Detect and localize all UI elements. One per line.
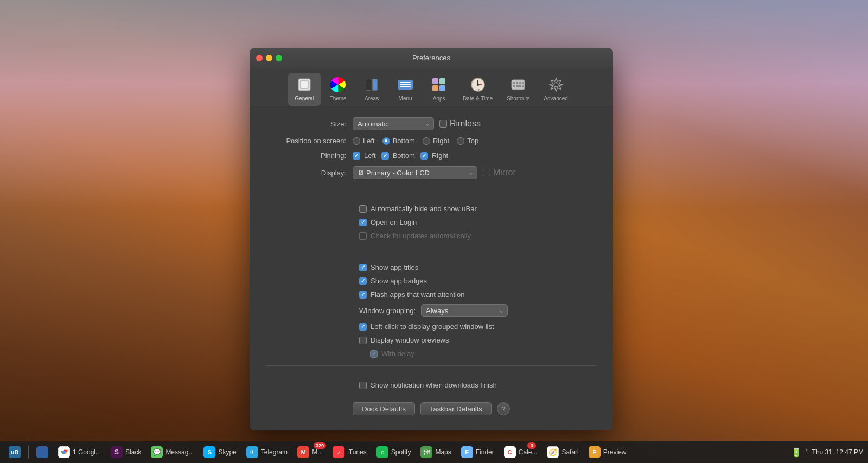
pin-left[interactable]: Left <box>353 151 376 160</box>
display-label: Display: <box>266 169 353 177</box>
theme-label: Theme <box>330 96 347 102</box>
taskbar-spotify[interactable]: ♫ Spotify <box>372 443 416 461</box>
taskbar-itunes[interactable]: ♪ iTunes <box>328 443 371 461</box>
app-display-section: Show app titles Show app badges Flash ap… <box>266 256 597 366</box>
calendar-label: Cale... <box>519 448 538 456</box>
taskbar-calendar[interactable]: C 3 Cale... <box>500 443 542 461</box>
show-titles-checkbox[interactable] <box>359 264 367 271</box>
rimless-checkbox[interactable] <box>439 120 447 128</box>
pin-left-checkbox[interactable] <box>353 152 360 160</box>
apps-label: Apps <box>433 96 445 102</box>
svg-rect-4 <box>439 78 445 84</box>
position-right-radio[interactable] <box>423 137 430 145</box>
dock-defaults-button[interactable]: Dock Defaults <box>353 402 415 415</box>
position-right-label: Right <box>433 137 449 145</box>
left-click-label: Left-click to display grouped window lis… <box>371 322 494 331</box>
taskbar-telegram[interactable]: ✈ Telegram <box>242 443 292 461</box>
flash-apps-checkbox[interactable] <box>359 291 367 299</box>
rimless-label: Rimless <box>450 119 481 129</box>
spotify-label: Spotify <box>391 448 411 456</box>
pin-bottom[interactable]: Bottom <box>381 151 415 160</box>
toolbar-item-advanced[interactable]: Advanced <box>537 73 574 106</box>
position-right[interactable]: Right <box>423 137 449 145</box>
menu-icon <box>397 76 414 93</box>
with-delay-checkbox[interactable] <box>370 350 378 358</box>
size-dropdown[interactable]: Automatic <box>353 117 434 130</box>
position-left[interactable]: Left <box>353 137 375 145</box>
display-dropdown[interactable]: 🖥 Primary - Color LCD <box>353 166 477 179</box>
pin-right-checkbox[interactable] <box>420 152 428 160</box>
open-login-item[interactable]: Open on Login <box>359 218 597 226</box>
app-display-checkboxes: Show app titles Show app badges Flash ap… <box>266 263 597 358</box>
position-controls: Left Bottom Right Top <box>353 137 597 145</box>
taskbar-preview[interactable]: P Preview <box>584 443 631 461</box>
taskbar-blue-app[interactable] <box>32 443 53 461</box>
toolbar-item-datetime[interactable]: 12 Date & Time <box>456 73 499 106</box>
mirror-checkbox[interactable] <box>483 169 490 176</box>
taskbar-mail[interactable]: M 329 M... <box>293 443 327 461</box>
check-updates-checkbox[interactable] <box>359 232 367 240</box>
help-button[interactable]: ? <box>497 402 510 415</box>
taskbar-safari[interactable]: 🧭 Safari <box>542 443 583 461</box>
pin-bottom-checkbox[interactable] <box>381 152 389 160</box>
pin-right[interactable]: Right <box>420 151 448 160</box>
left-click-item[interactable]: Left-click to display grouped window lis… <box>359 322 597 331</box>
open-login-checkbox[interactable] <box>359 219 367 226</box>
taskbar-slack[interactable]: S Slack <box>106 443 145 461</box>
position-top-radio[interactable] <box>457 137 464 145</box>
maximize-button[interactable] <box>276 55 282 61</box>
taskbar-defaults-button[interactable]: Taskbar Defaults <box>420 402 492 415</box>
show-badges-item[interactable]: Show app badges <box>359 277 597 285</box>
flash-apps-label: Flash apps that want attention <box>371 290 464 299</box>
messages-label: Messag... <box>165 448 194 456</box>
toolbar-item-menu[interactable]: Menu <box>389 73 422 106</box>
auto-hide-checkbox[interactable] <box>359 205 367 213</box>
toolbar-item-shortcuts[interactable]: Shortcuts <box>500 73 536 106</box>
show-notification-checkbox[interactable] <box>359 382 367 389</box>
taskbar-finder[interactable]: F Finder <box>457 443 499 461</box>
maps-icon: 🗺 <box>420 446 432 458</box>
chrome-label: 1 Googl... <box>73 448 101 456</box>
taskbar-ubar[interactable]: uB <box>4 443 25 461</box>
svg-text:12: 12 <box>476 88 480 92</box>
with-delay-item[interactable]: With delay <box>359 350 597 358</box>
preview-label: Preview <box>603 448 627 456</box>
position-bottom[interactable]: Bottom <box>382 137 415 145</box>
taskbar-skype[interactable]: S Skype <box>199 443 240 461</box>
taskbar-right: 🔋 1 Thu 31, 12:47 PM <box>791 447 864 458</box>
skype-icon: S <box>203 446 215 458</box>
pinning-label: Pinning: <box>266 151 353 160</box>
mirror-label: Mirror <box>493 168 516 177</box>
mirror-control: Mirror <box>483 168 516 177</box>
check-updates-item[interactable]: Check for updates automatically <box>359 232 597 240</box>
toolbar-item-theme[interactable]: Theme <box>322 73 354 106</box>
display-previews-item[interactable]: Display window previews <box>359 336 597 344</box>
auto-hide-item[interactable]: Automatically hide and show uBar <box>359 205 597 213</box>
itunes-label: iTunes <box>347 448 367 456</box>
traffic-lights <box>256 55 282 61</box>
position-left-radio[interactable] <box>353 137 360 145</box>
show-titles-item[interactable]: Show app titles <box>359 263 597 271</box>
taskbar-messages[interactable]: 💬 Messag... <box>146 443 198 461</box>
position-top[interactable]: Top <box>457 137 478 145</box>
show-badges-checkbox[interactable] <box>359 277 367 285</box>
close-button[interactable] <box>256 55 263 61</box>
svg-rect-14 <box>516 82 518 84</box>
toolbar-item-apps[interactable]: Apps <box>423 73 455 106</box>
taskbar-maps[interactable]: 🗺 Maps <box>416 443 455 461</box>
position-bottom-label: Bottom <box>393 137 415 145</box>
flash-apps-item[interactable]: Flash apps that want attention <box>359 290 597 299</box>
left-click-checkbox[interactable] <box>359 323 367 331</box>
minimize-button[interactable] <box>266 55 272 61</box>
ubar-icon: uB <box>9 446 21 458</box>
display-previews-checkbox[interactable] <box>359 337 367 344</box>
show-notification-item[interactable]: Show notification when downloads finish <box>359 381 597 389</box>
toolbar-item-areas[interactable]: Areas <box>355 73 388 106</box>
position-bottom-radio[interactable] <box>382 137 390 145</box>
svg-rect-19 <box>522 85 524 87</box>
preferences-window: Preferences General Theme <box>250 48 613 430</box>
toolbar-item-general[interactable]: General <box>288 73 321 106</box>
window-grouping-dropdown[interactable]: Always <box>421 304 508 317</box>
taskbar-chrome[interactable]: 1 Googl... <box>54 443 105 461</box>
itunes-icon: ♪ <box>333 446 344 458</box>
